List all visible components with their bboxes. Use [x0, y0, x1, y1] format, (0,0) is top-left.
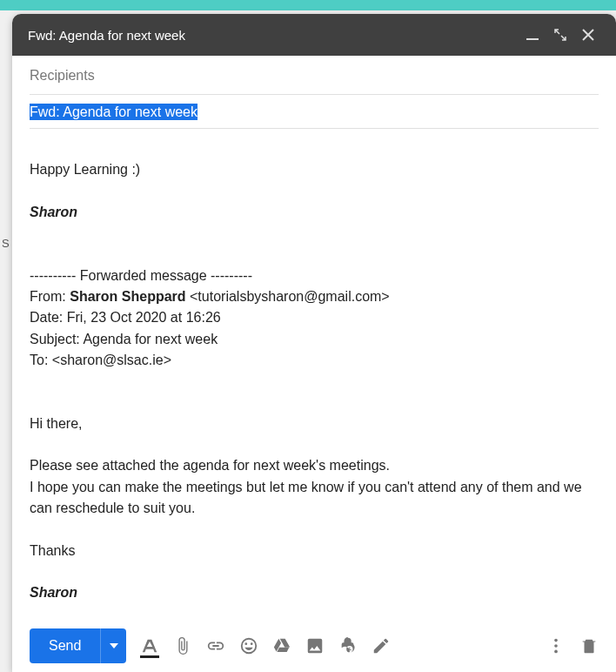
image-button[interactable] [305, 636, 325, 655]
body-signature: Sharon [30, 202, 607, 223]
compose-toolbar: Send [12, 620, 616, 672]
body-p2: Please see attached the agenda for next … [30, 455, 607, 476]
link-icon [206, 636, 225, 655]
body-thanks: Thanks [30, 541, 607, 561]
send-options-button[interactable] [100, 628, 126, 663]
text-format-icon [140, 636, 159, 655]
body-p1: Hi there, [30, 413, 607, 434]
forwarded-to: To: <sharon@slsac.ie> [30, 350, 607, 371]
body-signature-2: Sharon [30, 582, 607, 603]
send-button[interactable]: Send [30, 628, 100, 663]
send-button-group: Send [30, 628, 126, 663]
chevron-down-icon [110, 643, 118, 648]
body-p3: I hope you can make the meetings but let… [30, 477, 607, 520]
forwarded-divider: ---------- Forwarded message --------- [30, 265, 607, 286]
svg-point-1 [554, 639, 558, 642]
svg-point-2 [554, 644, 558, 648]
drive-button[interactable] [272, 636, 291, 655]
maximize-button[interactable] [548, 23, 572, 47]
emoji-icon [239, 636, 258, 655]
header-fields: Recipients Fwd: Agenda for next week [12, 56, 616, 129]
formatting-button[interactable] [140, 636, 159, 655]
expand-icon [554, 29, 566, 41]
attach-button[interactable] [173, 636, 192, 655]
forwarded-subject: Subject: Agenda for next week [30, 329, 607, 350]
recipients-field[interactable]: Recipients [30, 68, 599, 95]
discard-button[interactable] [579, 636, 599, 655]
subject-field[interactable]: Fwd: Agenda for next week [30, 95, 599, 129]
body-greeting: Happy Learning :) [30, 159, 607, 180]
paperclip-icon [173, 636, 192, 655]
svg-rect-0 [526, 38, 539, 40]
pen-icon [372, 636, 391, 655]
forwarded-date: Date: Fri, 23 Oct 2020 at 16:26 [30, 307, 607, 328]
signature-button[interactable] [372, 636, 391, 655]
confidential-icon [338, 636, 358, 655]
emoji-button[interactable] [239, 636, 258, 655]
image-icon [305, 636, 325, 655]
more-vertical-icon [546, 636, 566, 655]
title-bar: Fwd: Agenda for next week [12, 14, 616, 56]
drive-icon [272, 636, 291, 655]
body-container: Happy Learning :) Sharon ---------- Forw… [12, 129, 616, 620]
trash-icon [579, 636, 599, 655]
background-text: S [2, 237, 10, 250]
forwarded-from: From: Sharon Sheppard <tutorialsbysharon… [30, 286, 607, 307]
confidential-button[interactable] [338, 636, 358, 655]
minimize-icon [526, 29, 539, 41]
compose-window: Fwd: Agenda for next week Recipients Fwd… [12, 14, 616, 672]
more-options-button[interactable] [546, 636, 566, 655]
subject-text-selected: Fwd: Agenda for next week [30, 104, 198, 120]
link-button[interactable] [206, 636, 225, 655]
window-title: Fwd: Agenda for next week [28, 28, 517, 43]
minimize-button[interactable] [520, 23, 545, 47]
close-button[interactable] [576, 23, 600, 47]
close-icon [582, 29, 594, 41]
svg-point-3 [554, 650, 558, 654]
email-body[interactable]: Happy Learning :) Sharon ---------- Forw… [12, 129, 616, 620]
background-strip [0, 0, 616, 10]
